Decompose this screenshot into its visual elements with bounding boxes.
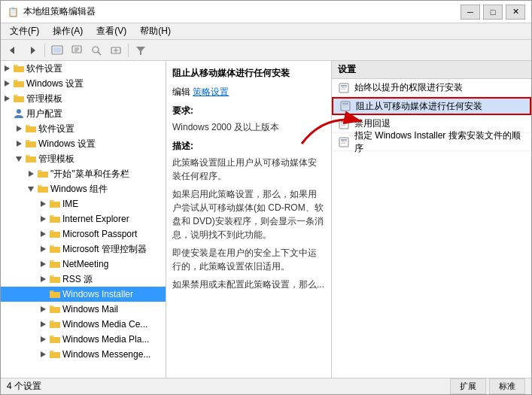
tree-folder-icon — [49, 243, 61, 255]
tree-toggle-icon[interactable] — [37, 288, 49, 300]
tree-toggle-icon[interactable] — [37, 273, 49, 285]
tree-item[interactable]: Windows Media Pla... — [1, 332, 166, 347]
tree-toggle-icon[interactable] — [1, 77, 13, 90]
tree-item-label: Windows 设置 — [26, 77, 163, 90]
tree-toggle-icon[interactable] — [1, 93, 13, 105]
desc-title: 阻止从移动媒体进行任何安装 — [172, 67, 325, 80]
tree-item[interactable]: Microsoft 管理控制器 — [1, 242, 166, 257]
tree-item[interactable]: Windows 设置 — [1, 136, 166, 151]
svg-marker-25 — [41, 231, 46, 237]
tree-toggle-icon[interactable] — [25, 183, 37, 195]
tab-expand[interactable]: 扩展 — [450, 378, 486, 394]
svg-rect-46 — [341, 139, 347, 141]
tree-item[interactable]: 用户配置 — [1, 106, 166, 121]
tree-item-label: Windows Installer — [62, 289, 163, 299]
svg-marker-16 — [5, 96, 10, 102]
tree-toggle-icon[interactable] — [37, 303, 49, 315]
tree-toggle-icon[interactable] — [37, 348, 49, 360]
settings-item[interactable]: 阻止从可移动媒体进行任何安装 — [332, 97, 531, 115]
tree-item[interactable]: Windows Messenge... — [1, 347, 166, 362]
tree-item-label: Internet Explorer — [62, 214, 163, 224]
forward-button[interactable] — [23, 42, 41, 59]
tree-item[interactable]: IME — [1, 196, 166, 211]
tree-toggle-icon[interactable] — [13, 123, 25, 135]
menu-file[interactable]: 文件(F) — [4, 23, 45, 39]
filter-button[interactable] — [132, 42, 150, 59]
tree-item[interactable]: NetMeeting — [1, 257, 166, 272]
tree-toggle-icon[interactable] — [1, 108, 13, 120]
menu-action[interactable]: 操作(A) — [47, 23, 89, 39]
svg-rect-48 — [341, 143, 345, 144]
menu-view[interactable]: 查看(V) — [90, 23, 132, 39]
tree-toggle-icon[interactable] — [37, 228, 49, 240]
toolbar-icon-3[interactable] — [87, 42, 105, 59]
filter-icon — [135, 44, 147, 56]
tree-toggle-icon[interactable] — [37, 333, 49, 345]
tree-toggle-icon[interactable] — [37, 243, 49, 255]
settings-item-icon — [338, 136, 350, 148]
tree-item-label: RSS 源 — [62, 273, 163, 286]
tree-item-label: Windows Messenge... — [62, 349, 163, 360]
toolbar-icon-4-svg — [110, 44, 122, 56]
tree-folder-icon — [49, 198, 61, 210]
settings-item-label: 始终以提升的权限进行安装 — [354, 81, 463, 94]
maximize-button[interactable]: □ — [483, 5, 503, 20]
tree-toggle-icon[interactable] — [37, 213, 49, 225]
tree-folder-icon — [37, 183, 49, 195]
tree-item[interactable]: Windows Installer — [1, 287, 166, 302]
tree-toggle-icon[interactable] — [1, 62, 13, 74]
svg-rect-42 — [341, 121, 347, 123]
tree-folder-icon — [49, 258, 61, 270]
tree-toggle-icon[interactable] — [37, 258, 49, 270]
tree-item-label: Windows 设置 — [38, 138, 163, 150]
toolbar-icon-2[interactable] — [68, 42, 86, 59]
tree-toggle-icon[interactable] — [37, 318, 49, 330]
tree-item[interactable]: Windows Media Ce... — [1, 317, 166, 332]
tree-item[interactable]: "开始"菜单和任务栏 — [1, 166, 166, 181]
tree-item[interactable]: 管理模板 — [1, 151, 166, 166]
tree-item[interactable]: 软件设置 — [1, 121, 166, 136]
tree-toggle-icon[interactable] — [13, 138, 25, 150]
close-button[interactable]: ✕ — [506, 5, 525, 20]
tree-item[interactable]: 管理模板 — [1, 91, 166, 106]
tree-item-label: Windows Mail — [62, 304, 163, 314]
tree-item[interactable]: Internet Explorer — [1, 211, 166, 226]
tree-item-label: Windows Media Ce... — [62, 319, 163, 330]
tree-panel: 软件设置Windows 设置管理模板用户配置软件设置Windows 设置管理模板… — [1, 61, 166, 378]
desc-label: 描述: — [172, 140, 325, 153]
toolbar-icon-4[interactable] — [107, 42, 125, 59]
settings-item[interactable]: 指定 Windows Installer 搜索安装文件的顺序 — [332, 133, 531, 151]
toolbar-icon-1[interactable] — [48, 42, 66, 59]
settings-item[interactable]: 始终以提升的权限进行安装 — [332, 79, 531, 97]
svg-marker-21 — [29, 171, 34, 177]
forward-icon — [27, 45, 38, 56]
tree-toggle-icon[interactable] — [25, 168, 37, 180]
app-icon: 📋 — [7, 6, 19, 18]
tree-item[interactable]: Windows 设置 — [1, 76, 166, 91]
minimize-button[interactable]: ─ — [461, 5, 480, 20]
tree-item[interactable]: RSS 源 — [1, 272, 166, 287]
tree-toggle-icon[interactable] — [37, 198, 49, 210]
svg-marker-23 — [41, 201, 46, 207]
back-button[interactable] — [4, 42, 22, 59]
tree-item-label: 管理模板 — [26, 93, 163, 105]
svg-rect-3 — [53, 47, 61, 53]
tree-item[interactable]: Windows Mail — [1, 302, 166, 317]
tree-folder-icon — [25, 138, 37, 150]
tree-folder-icon — [49, 213, 61, 225]
tree-item[interactable]: 软件设置 — [1, 61, 166, 76]
settings-item-label: 禁用回退 — [354, 117, 391, 130]
toolbar-icon-2-svg — [71, 44, 83, 56]
tab-standard[interactable]: 标准 — [489, 378, 525, 394]
tree-item[interactable]: Windows 组件 — [1, 181, 166, 196]
svg-rect-34 — [341, 85, 347, 87]
svg-rect-38 — [342, 103, 348, 105]
svg-marker-14 — [5, 65, 10, 71]
tree-folder-icon — [49, 318, 61, 330]
tree-item[interactable]: Microsoft Passport — [1, 226, 166, 242]
tree-folder-icon — [13, 93, 25, 105]
menu-help[interactable]: 帮助(H) — [134, 23, 177, 39]
desc-text-4: 如果禁用或未配置此策略设置，那么... — [172, 278, 325, 291]
tree-toggle-icon[interactable] — [13, 153, 25, 165]
policy-settings-link[interactable]: 策略设置 — [193, 87, 229, 97]
